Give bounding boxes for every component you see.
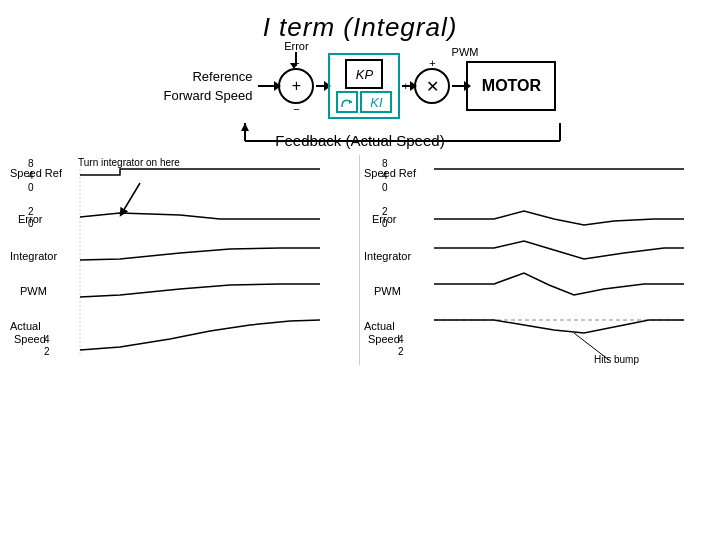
svg-text:0: 0 bbox=[28, 182, 34, 193]
svg-text:2: 2 bbox=[28, 206, 34, 217]
right-chart-panel: Speed Ref 8 4 0 Error 2 0 Integrator PWM… bbox=[359, 155, 714, 365]
sum-circle-1: + + − Error bbox=[278, 68, 314, 104]
svg-text:Speed: Speed bbox=[368, 333, 400, 345]
svg-text:PWM: PWM bbox=[20, 285, 47, 297]
svg-text:8: 8 bbox=[28, 158, 34, 169]
svg-text:Integrator: Integrator bbox=[10, 250, 57, 262]
error-label: Error bbox=[284, 40, 308, 52]
svg-text:0: 0 bbox=[382, 218, 388, 229]
motor-box: MOTOR bbox=[466, 61, 556, 111]
ki-box: KI bbox=[360, 91, 392, 113]
svg-text:Speed: Speed bbox=[14, 333, 46, 345]
block-diagram: Reference Forward Speed + + − Error KP bbox=[0, 53, 720, 119]
svg-text:4: 4 bbox=[398, 334, 404, 345]
svg-text:4: 4 bbox=[382, 170, 388, 181]
charts-container: Turn integrator on here Speed Ref 8 4 0 … bbox=[0, 155, 720, 365]
svg-text:0: 0 bbox=[382, 182, 388, 193]
svg-text:4: 4 bbox=[28, 170, 34, 181]
svg-line-34 bbox=[574, 333, 609, 360]
kp-box: KP bbox=[345, 59, 383, 89]
integrator-symbol bbox=[336, 91, 358, 113]
svg-text:Actual: Actual bbox=[364, 320, 395, 332]
svg-text:Integrator: Integrator bbox=[364, 250, 411, 262]
integrator-note: Turn integrator on here bbox=[78, 157, 180, 168]
svg-text:2: 2 bbox=[398, 346, 404, 357]
page-title: I term (Integral) bbox=[0, 0, 720, 43]
svg-text:2: 2 bbox=[44, 346, 50, 357]
svg-text:Actual: Actual bbox=[10, 320, 41, 332]
svg-text:Speed Ref: Speed Ref bbox=[364, 167, 417, 179]
left-chart-panel: Turn integrator on here Speed Ref 8 4 0 … bbox=[6, 155, 359, 365]
feedback-loop: Feedback (Actual Speed) bbox=[70, 119, 650, 147]
hits-bump-label: Hits bump bbox=[594, 354, 639, 365]
svg-text:Speed Ref: Speed Ref bbox=[10, 167, 63, 179]
feedback-label: Feedback (Actual Speed) bbox=[275, 132, 444, 149]
ref-label: Reference Forward Speed bbox=[164, 67, 253, 106]
svg-text:0: 0 bbox=[28, 218, 34, 229]
sum-circle-2: ✕ + + PWM bbox=[414, 68, 450, 104]
svg-marker-4 bbox=[241, 123, 249, 131]
svg-text:8: 8 bbox=[382, 158, 388, 169]
controller-block: KP KI bbox=[328, 53, 400, 119]
svg-text:4: 4 bbox=[44, 334, 50, 345]
pwm-label: PWM bbox=[452, 46, 479, 58]
svg-text:PWM: PWM bbox=[374, 285, 401, 297]
svg-line-19 bbox=[122, 183, 140, 213]
svg-text:2: 2 bbox=[382, 206, 388, 217]
